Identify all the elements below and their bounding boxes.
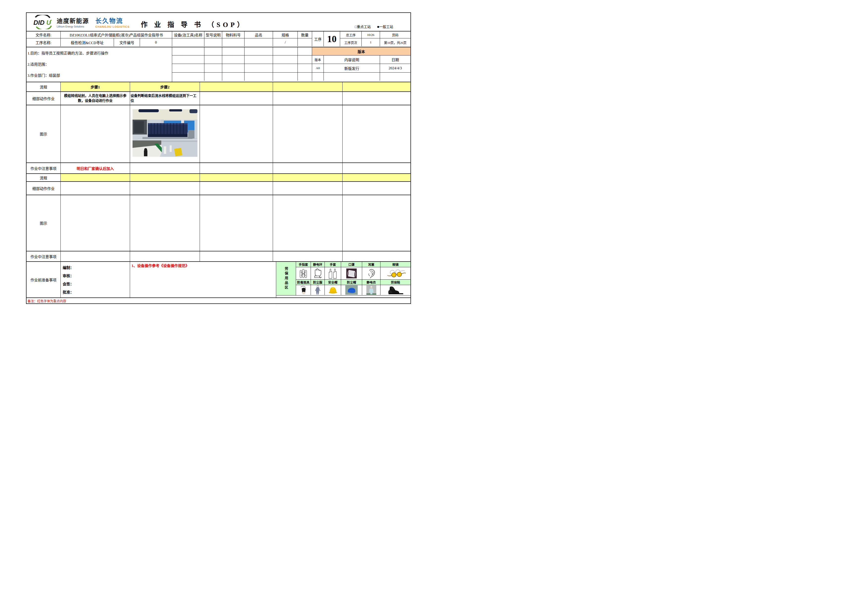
empty-cell bbox=[130, 251, 200, 261]
flow-label: 流程 bbox=[26, 174, 61, 181]
doc-name-value: DZ100233L1组串式户外储能柜(液冷)产品组装作业指导书 bbox=[61, 31, 172, 39]
empty-cell bbox=[200, 195, 273, 251]
gloves-icon bbox=[327, 268, 338, 279]
detail-step1: 模组转线站别，人员在电脑上选择图示参数，设备自动进行作业 bbox=[61, 92, 130, 105]
step2-header: 步骤2 bbox=[130, 82, 200, 91]
caution-label: 作业中注意事项 bbox=[26, 251, 61, 261]
empty-cell bbox=[343, 92, 411, 105]
detail-label: 细部动作作业 bbox=[26, 182, 61, 195]
empty-cell bbox=[343, 182, 411, 195]
empty-cell bbox=[343, 82, 411, 91]
ppe-area: 劳保用品区 手指套 静电环 手套 口罩 耳塞 眼镜 bbox=[276, 262, 411, 298]
purpose-block: 1.目的：指导员工按照正确的方法、步骤进行操作 2.适用范围： 3.作业部门：组… bbox=[26, 47, 172, 82]
ppe-header: 手指套 bbox=[296, 262, 311, 267]
empty-cell bbox=[273, 47, 298, 55]
station-photo bbox=[133, 109, 197, 157]
ppe-header: 劳保鞋 bbox=[380, 280, 411, 285]
prep-row: 作业前准备事项 编制： 审核： 会签： 批准： 1、设备操作参考《设备操作规范》… bbox=[26, 262, 411, 298]
detail-label: 细部动作作业 bbox=[26, 92, 61, 105]
didu-tagline: Lithium Energy Solutions bbox=[57, 25, 89, 28]
detail-row-2: 细部动作作业 bbox=[26, 182, 411, 195]
ppe-grid: 手指套 静电环 手套 口罩 耳塞 眼镜 bbox=[296, 262, 411, 295]
empty-cell bbox=[130, 195, 200, 251]
empty-cell bbox=[200, 182, 273, 195]
ppe-area-label: 劳保用品区 bbox=[276, 262, 296, 295]
empty-cell bbox=[273, 82, 343, 91]
empty-cell bbox=[222, 39, 245, 47]
step-name-value: 极性检测&CCD寻址 bbox=[61, 39, 114, 47]
empty-cell bbox=[61, 182, 130, 195]
empty-cell bbox=[312, 73, 324, 81]
empty-cell bbox=[172, 56, 205, 64]
process-number: 10 bbox=[324, 31, 340, 47]
empty-cell bbox=[172, 64, 205, 72]
empty-cell bbox=[298, 47, 312, 55]
version-row-empty bbox=[312, 73, 411, 81]
version-banner: 版本 bbox=[312, 47, 411, 56]
total-process-value: 10/26 bbox=[362, 31, 380, 39]
ppe-header: 静电衣 bbox=[362, 280, 380, 285]
prep-red-note: 1、设备操作参考《设备操作规范》 bbox=[130, 262, 276, 298]
version-desc: 新版发行 bbox=[324, 64, 380, 72]
doc-no-value: 0 bbox=[140, 39, 172, 47]
empty-cell bbox=[273, 64, 298, 72]
diagram-row-2: 图示 bbox=[26, 195, 411, 251]
empty-cell bbox=[130, 163, 200, 174]
didu-logo-mark: DID U bbox=[32, 15, 55, 29]
changjiu-name: 长久物流 bbox=[95, 16, 130, 25]
empty-cell bbox=[273, 174, 343, 181]
empty-cell bbox=[222, 64, 245, 72]
col-equipment-name: 设备(治工具)名称 bbox=[172, 31, 205, 39]
diagram-label: 图示 bbox=[26, 195, 61, 251]
empty-cell bbox=[205, 73, 222, 81]
svg-text:U: U bbox=[46, 19, 51, 26]
ppe-header: 安全帽 bbox=[325, 280, 341, 285]
empty-cell bbox=[245, 73, 273, 81]
empty-cell bbox=[222, 47, 245, 55]
empty-cell bbox=[273, 163, 343, 174]
empty-cell bbox=[200, 163, 273, 174]
esd-wrist-strap-icon bbox=[313, 268, 322, 279]
version-block: 版本 版本 内容说明 日期 A0 新版发行 2024/4/3 bbox=[312, 47, 411, 82]
checkbox-key-station: □重点工站 bbox=[355, 24, 370, 29]
ppe-header: 手套 bbox=[325, 262, 341, 267]
empty-cell bbox=[130, 174, 200, 181]
page-label: 页码 bbox=[380, 31, 411, 39]
empty-cell bbox=[205, 56, 222, 64]
ppe-icon-cell bbox=[380, 267, 411, 279]
empty-cell bbox=[380, 73, 411, 81]
didu-logo: DID U 迪度新能源 Lithium Energy Solutions bbox=[32, 15, 89, 29]
empty-cell bbox=[324, 73, 380, 81]
flow-row-2: 流程 bbox=[26, 174, 411, 182]
empty-cell bbox=[200, 105, 273, 163]
empty-cell bbox=[273, 92, 343, 105]
department-line: 3.作业部门：组装部 bbox=[28, 73, 60, 78]
process-label: 工序 bbox=[312, 31, 324, 47]
ppe-icon-cell bbox=[380, 285, 411, 295]
diagram-row-1: 图示 bbox=[26, 105, 411, 163]
respirator-icon bbox=[299, 285, 308, 295]
doc-name-label: 文件名称: bbox=[26, 31, 61, 39]
empty-cell bbox=[298, 39, 312, 47]
empty-cell bbox=[222, 73, 245, 81]
empty-cell bbox=[273, 251, 343, 261]
ppe-icon-cell bbox=[311, 267, 325, 279]
version-value: A0 bbox=[312, 64, 324, 72]
col-spec: 规格 bbox=[273, 31, 298, 39]
step1-header: 步骤1 bbox=[61, 82, 130, 91]
empty-cell bbox=[172, 39, 205, 47]
ppe-icon-cell bbox=[296, 267, 311, 279]
equipment-grid bbox=[172, 47, 312, 82]
ppe-icon-cell bbox=[296, 285, 311, 295]
empty-cell bbox=[172, 47, 205, 55]
ppe-header: 眼镜 bbox=[380, 262, 411, 267]
empty-cell bbox=[273, 182, 343, 195]
ppe-header: 口罩 bbox=[341, 262, 362, 267]
caution-row-1: 作业中注意事项 明日和厂家确认后加入 bbox=[26, 163, 411, 174]
empty-cell bbox=[200, 82, 273, 91]
finger-cots-icon bbox=[299, 268, 308, 279]
ppe-header: 防尘服 bbox=[311, 280, 325, 285]
ppe-icon-cell bbox=[311, 285, 325, 295]
empty-cell bbox=[273, 105, 343, 163]
desc-col-header: 内容说明 bbox=[324, 56, 380, 64]
